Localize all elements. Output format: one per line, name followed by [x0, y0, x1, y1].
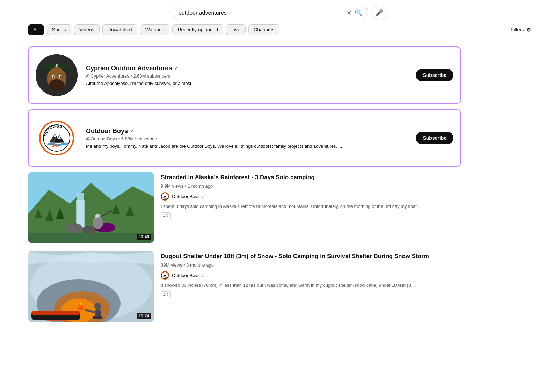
filter-tab-channels[interactable]: Channels — [248, 24, 280, 35]
video-card-alaska[interactable]: 30:40Stranded in Alaska's Rainforest - 3… — [28, 172, 461, 243]
quality-badge: 4K — [161, 212, 171, 219]
channel-name-outdoor_boys: Outdoor Boys✓ — [86, 128, 407, 135]
video-channel-name[interactable]: Outdoor Boys✓ — [172, 194, 205, 199]
video-card-snow_shelter[interactable]: 21:24Dugout Shelter Under 10ft (3m) of S… — [28, 251, 461, 322]
svg-point-8 — [53, 76, 55, 78]
video-duration-badge: 21:24 — [137, 313, 151, 319]
video-description: I spent 3 days solo camping in Alaska's … — [161, 203, 461, 210]
search-input[interactable] — [179, 10, 344, 16]
filter-tab-unwatched[interactable]: Unwatched — [102, 24, 137, 35]
filter-tab-shorts[interactable]: Shorts — [47, 24, 71, 35]
video-title[interactable]: Dugout Shelter Under 10ft (3m) of Snow -… — [161, 253, 461, 260]
filters-button[interactable]: Filters ⚙ — [511, 27, 531, 33]
main-content: Cyprien Outdoor Adventures✓@CyprienAdven… — [0, 39, 489, 337]
video-stats: 39M views • 8 months ago — [161, 262, 461, 268]
svg-rect-37 — [28, 233, 154, 243]
subscribe-button-outdoor_boys[interactable]: Subscribe — [416, 132, 453, 144]
filter-tabs: AllShortsVideosUnwatchedWatchedRecently … — [28, 24, 280, 35]
video-channel-row: Outdoor Boys✓ — [161, 192, 461, 201]
video-info-snow_shelter: Dugout Shelter Under 10ft (3m) of Snow -… — [161, 251, 461, 322]
filters-label: Filters — [511, 27, 524, 32]
quality-badge: 4K — [161, 291, 171, 298]
video-channel-row: Outdoor Boys✓ — [161, 271, 461, 280]
video-description: It snowed 30 inches (76 cm) in less than… — [161, 282, 461, 289]
filter-tab-recently_uploaded[interactable]: Recently uploaded — [172, 24, 223, 35]
filter-tab-all[interactable]: All — [28, 24, 44, 35]
filter-tab-videos[interactable]: Videos — [74, 24, 100, 35]
svg-point-5 — [49, 79, 64, 90]
channel-desc-outdoor_boys: Me and my boys, Tommy, Nate and Jacob ar… — [86, 144, 407, 149]
channels-container: Cyprien Outdoor Adventures✓@CyprienAdven… — [28, 46, 461, 167]
search-bar-container: ✕ 🔍 🎤 — [0, 0, 559, 24]
channel-name-cyprien: Cyprien Outdoor Adventures✓ — [86, 65, 407, 72]
video-duration-badge: 30:40 — [137, 234, 151, 240]
svg-point-11 — [56, 64, 58, 66]
videos-container: 30:40Stranded in Alaska's Rainforest - 3… — [28, 172, 461, 322]
video-thumbnail-alaska[interactable]: 30:40 — [28, 172, 154, 243]
video-channel-avatar — [161, 192, 169, 201]
svg-point-29 — [65, 223, 82, 233]
channel-info-outdoor_boys: Outdoor Boys✓@OutdoorBoys • 5.88M subscr… — [86, 128, 407, 149]
svg-point-53 — [94, 303, 101, 310]
subscribe-button-cyprien[interactable]: Subscribe — [416, 69, 453, 81]
verified-icon: ✓ — [130, 128, 134, 134]
filter-tab-watched[interactable]: Watched — [140, 24, 170, 35]
svg-rect-34 — [96, 218, 99, 225]
channel-avatar-cyprien — [36, 54, 78, 96]
video-channel-avatar — [161, 271, 169, 280]
filters-icon: ⚙ — [526, 27, 531, 33]
video-thumbnail-snow_shelter[interactable]: 21:24 — [28, 251, 154, 322]
video-channel-name[interactable]: Outdoor Boys✓ — [172, 273, 205, 278]
filter-bar: AllShortsVideosUnwatchedWatchedRecently … — [0, 24, 559, 39]
filter-tab-live[interactable]: Live — [226, 24, 246, 35]
channel-meta-outdoor_boys: @OutdoorBoys • 5.88M subscribers — [86, 136, 407, 141]
channel-desc-cyprien: After the Apocalypse, I'm the only survi… — [86, 81, 407, 86]
channel-card-outdoor_boys[interactable]: OUTDOOR BOYS Outdoor Boys✓@OutdoorBoys •… — [28, 109, 461, 167]
search-icon[interactable]: 🔍 — [355, 9, 362, 17]
video-title[interactable]: Stranded in Alaska's Rainforest - 3 Days… — [161, 174, 461, 181]
channel-info-cyprien: Cyprien Outdoor Adventures✓@CyprienAdven… — [86, 65, 407, 86]
video-info-alaska: Stranded in Alaska's Rainforest - 3 Days… — [161, 172, 461, 243]
svg-point-9 — [60, 76, 61, 78]
channel-meta-cyprien: @CyprienAdventures • 2.63M subscribers — [86, 73, 407, 79]
verified-badge: ✓ — [201, 194, 205, 199]
search-bar: ✕ 🔍 — [173, 6, 368, 20]
video-stats: 9.9M views • 1 month ago — [161, 183, 461, 189]
channel-avatar-outdoor_boys: OUTDOOR BOYS — [36, 117, 78, 159]
mic-button[interactable]: 🎤 — [372, 6, 386, 20]
svg-rect-55 — [93, 316, 97, 319]
verified-badge: ✓ — [201, 273, 205, 278]
svg-rect-52 — [31, 311, 80, 315]
svg-rect-56 — [97, 316, 102, 319]
channel-card-cyprien[interactable]: Cyprien Outdoor Adventures✓@CyprienAdven… — [28, 46, 461, 104]
verified-icon: ✓ — [174, 65, 178, 71]
clear-icon[interactable]: ✕ — [344, 9, 355, 17]
